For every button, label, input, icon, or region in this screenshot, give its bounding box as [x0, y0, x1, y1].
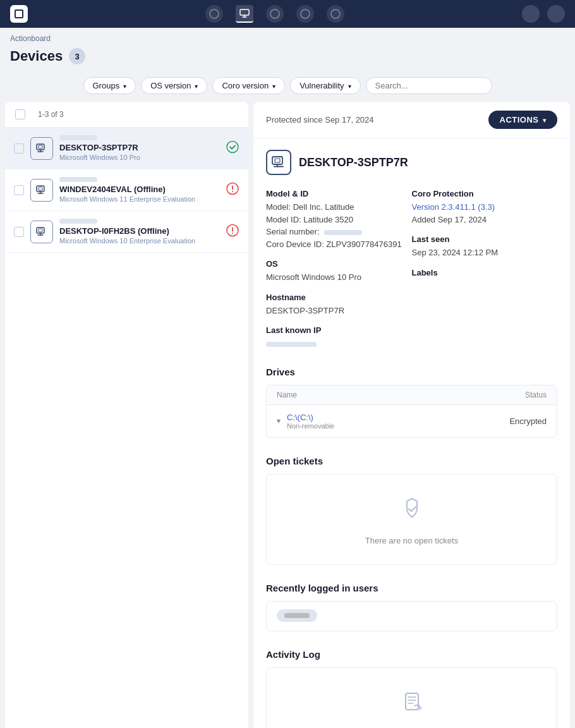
drives-table-header: Name Status — [267, 385, 557, 405]
device-info-2: WINDEV2404EVAL (Offline) Microsoft Windo… — [59, 177, 239, 203]
drive-row-1[interactable]: ▾ C:\(C:\) Non-removable Encrypted — [267, 405, 557, 437]
device-row[interactable]: DESKTOP-I0FH2BS (Offline) Microsoft Wind… — [5, 211, 248, 253]
tickets-empty-text: There are no open tickets — [365, 536, 458, 545]
actions-button[interactable]: ACTIONS — [488, 111, 558, 129]
select-all-checkbox[interactable] — [15, 109, 25, 119]
device-row[interactable]: WINDEV2404EVAL (Offline) Microsoft Windo… — [5, 169, 248, 211]
user-pill — [277, 609, 317, 622]
drive-name: C:\(C:\) — [287, 413, 471, 422]
svg-rect-8 — [37, 186, 44, 191]
tickets-title: Open tickets — [266, 456, 557, 466]
page-title: Devices — [10, 48, 63, 64]
last-ip-label: Last known IP — [266, 325, 412, 335]
nav-right-dot-2[interactable] — [547, 5, 565, 23]
vulnerability-caret-icon — [348, 81, 351, 90]
nav-icon-5[interactable] — [327, 5, 344, 23]
added-value: Added Sep 17, 2024 — [412, 214, 558, 226]
info-col-right: Coro Protection Version 2.3.411.1 (3.3) … — [412, 189, 558, 350]
svg-rect-16 — [272, 157, 282, 164]
drive-type: Non-removable — [287, 422, 471, 430]
svg-rect-17 — [275, 159, 280, 162]
detail-device-icon — [266, 150, 291, 175]
last-seen-value: Sep 23, 2024 12:12 PM — [412, 246, 558, 259]
device-name-2: WINDEV2404EVAL (Offline) — [59, 185, 239, 194]
tickets-section: Open tickets There are no open tickets — [253, 447, 570, 574]
svg-point-4 — [331, 9, 340, 18]
detail-info-grid: Model & ID Model: Dell Inc. Latitude Mod… — [253, 181, 570, 358]
device-image-1 — [59, 135, 97, 140]
device-icon-3 — [30, 221, 53, 243]
device-info-1: DESKTOP-3SPTP7R Microsoft Windows 10 Pro — [59, 135, 239, 161]
svg-rect-18 — [406, 693, 418, 710]
svg-point-7 — [227, 141, 238, 152]
users-box — [266, 601, 557, 631]
device-image-2 — [59, 177, 97, 182]
device-os-3: Microsoft Windows 10 Enterprise Evaluati… — [59, 237, 239, 245]
device-os-2: Microsoft Windows 11 Enterprise Evaluati… — [59, 195, 239, 203]
os-filter[interactable]: OS version — [141, 77, 207, 94]
coro-caret-icon — [272, 81, 275, 90]
nav-icon-monitor[interactable] — [236, 5, 253, 23]
device-name-1: DESKTOP-3SPTP7R — [59, 143, 239, 152]
app-logo[interactable] — [10, 5, 28, 23]
vulnerability-filter[interactable]: Vulnerability — [290, 77, 360, 94]
nav-icon-3[interactable] — [266, 5, 284, 23]
activity-empty-box: No registered activity — [266, 667, 557, 729]
os-value: Microsoft Windows 10 Pro — [266, 271, 412, 284]
model-id-label: Model & ID — [266, 189, 412, 198]
svg-rect-5 — [37, 144, 44, 150]
device-status-ok-icon-1 — [226, 140, 239, 157]
nav-icon-4[interactable] — [296, 5, 314, 23]
os-caret-icon — [195, 81, 198, 90]
device-row[interactable]: DESKTOP-3SPTP7R Microsoft Windows 10 Pro — [5, 128, 248, 169]
svg-rect-6 — [39, 145, 42, 149]
device-info-3: DESKTOP-I0FH2BS (Offline) Microsoft Wind… — [59, 219, 239, 245]
svg-point-15 — [232, 233, 233, 234]
device-status-warning-icon-2 — [226, 181, 239, 198]
device-checkbox-3[interactable] — [14, 227, 24, 237]
protected-since-text: Protected since Sep 17, 2024 — [266, 115, 374, 124]
svg-rect-1 — [240, 9, 249, 15]
os-label: OS — [266, 259, 412, 269]
coro-protection-label: Coro Protection — [412, 189, 558, 198]
list-count: 1-3 of 3 — [38, 110, 64, 119]
device-checkbox-2[interactable] — [14, 185, 24, 195]
version-link[interactable]: Version 2.3.411.1 (3.3) — [412, 201, 558, 214]
svg-point-3 — [301, 9, 310, 18]
coro-filter[interactable]: Coro version — [212, 77, 285, 94]
navbar-center — [205, 5, 344, 23]
page-content: Actionboard Devices 3 Groups OS version … — [0, 28, 575, 728]
device-icon-1 — [30, 137, 53, 160]
last-ip-value — [266, 337, 412, 350]
breadcrumb-parent[interactable]: Actionboard — [10, 34, 51, 43]
navbar-right — [522, 5, 565, 23]
breadcrumb: Actionboard — [0, 28, 575, 46]
users-title: Recently logged in users — [266, 583, 557, 593]
drives-col-status: Status — [471, 391, 547, 399]
tickets-empty-box: There are no open tickets — [266, 474, 557, 565]
svg-rect-9 — [39, 187, 42, 190]
svg-rect-12 — [37, 228, 44, 233]
device-os-1: Microsoft Windows 10 Pro — [59, 154, 239, 161]
activity-empty-icon — [397, 687, 427, 723]
list-header: 1-3 of 3 — [5, 102, 248, 128]
device-checkbox-1[interactable] — [14, 143, 24, 154]
devices-count-badge: 3 — [69, 48, 85, 64]
drives-section: Drives Name Status ▾ C:\(C:\) Non-remova… — [253, 358, 570, 447]
model-value: Model: Dell Inc. Latitude — [266, 201, 412, 214]
device-icon-2 — [30, 179, 53, 202]
device-name-3: DESKTOP-I0FH2BS (Offline) — [59, 226, 239, 236]
groups-filter[interactable]: Groups — [83, 77, 136, 94]
search-input[interactable] — [366, 77, 492, 94]
nav-right-dot-1[interactable] — [522, 5, 540, 23]
model-id-value: Model ID: Latitude 3520 — [266, 214, 412, 226]
drive-chevron-icon: ▾ — [277, 416, 281, 425]
device-image-3 — [59, 219, 97, 224]
drives-title: Drives — [266, 367, 557, 377]
detail-title-row: DESKTOP-3SPTP7R — [253, 138, 570, 181]
serial-redacted — [324, 230, 362, 235]
device-status-warning-icon-3 — [226, 223, 239, 240]
nav-icon-1[interactable] — [205, 5, 223, 23]
ip-redacted — [266, 342, 317, 347]
main-layout: 1-3 of 3 DESKTOP-3SPTP7R Microsoft Windo… — [0, 102, 575, 728]
